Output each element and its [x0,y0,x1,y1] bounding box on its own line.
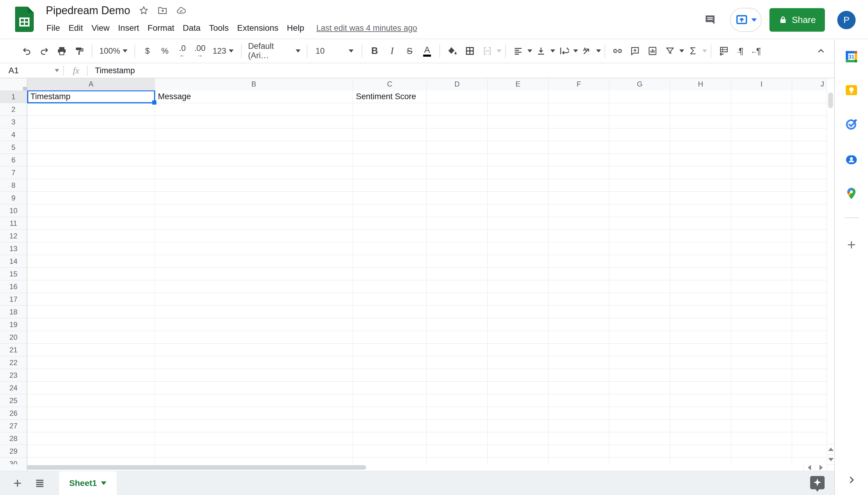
cell-H17[interactable] [670,293,731,306]
cell-B21[interactable] [155,344,353,356]
cell-F16[interactable] [549,280,609,293]
cell-J30[interactable] [792,458,827,464]
add-sheet-button[interactable] [8,474,27,492]
column-header-I[interactable]: I [731,79,792,90]
cell-F26[interactable] [549,407,609,420]
cell-E24[interactable] [488,382,549,394]
merge-cells-caret[interactable] [497,49,502,52]
cell-E25[interactable] [488,394,549,407]
cell-G14[interactable] [609,255,670,268]
cell-D27[interactable] [427,420,488,432]
row-header-17[interactable]: 17 [0,293,28,306]
cell-H28[interactable] [670,432,731,445]
cell-A16[interactable] [28,280,155,293]
text-rotation-caret[interactable] [596,49,601,52]
cell-D17[interactable] [427,293,488,306]
hide-side-panel-button[interactable] [845,473,858,487]
cell-F2[interactable] [549,103,609,116]
cell-H24[interactable] [670,382,731,394]
cell-G10[interactable] [609,204,670,217]
cell-C3[interactable] [353,116,427,129]
cell-H21[interactable] [670,344,731,356]
row-header-21[interactable]: 21 [0,344,28,356]
cell-D15[interactable] [427,268,488,280]
bold-button[interactable]: B [367,42,382,59]
cell-A22[interactable] [28,356,155,369]
cell-E7[interactable] [488,166,549,179]
row-header-6[interactable]: 6 [0,154,28,166]
cell-E10[interactable] [488,204,549,217]
strikethrough-button[interactable]: S [402,42,417,59]
cell-E21[interactable] [488,344,549,356]
star-icon[interactable] [139,5,149,16]
cell-I28[interactable] [731,432,792,445]
cell-F24[interactable] [549,382,609,394]
cell-H25[interactable] [670,394,731,407]
cell-I20[interactable] [731,331,792,344]
cell-J17[interactable] [792,293,827,306]
cell-F7[interactable] [549,166,609,179]
cell-C30[interactable] [353,458,427,464]
insert-link-button[interactable] [610,42,625,59]
cell-E2[interactable] [488,103,549,116]
cell-F23[interactable] [549,369,609,382]
cell-A18[interactable] [28,306,155,318]
cell-D1[interactable] [427,90,488,103]
cell-I18[interactable] [731,306,792,318]
cell-F3[interactable] [549,116,609,129]
cell-H7[interactable] [670,166,731,179]
cell-B12[interactable] [155,230,353,242]
cell-D26[interactable] [427,407,488,420]
cell-I25[interactable] [731,394,792,407]
cell-C12[interactable] [353,230,427,242]
cell-H13[interactable] [670,242,731,255]
cell-I9[interactable] [731,192,792,204]
cell-G9[interactable] [609,192,670,204]
cell-H15[interactable] [670,268,731,280]
comment-history-icon[interactable] [704,13,717,27]
cell-H18[interactable] [670,306,731,318]
cell-C8[interactable] [353,179,427,192]
cell-A17[interactable] [28,293,155,306]
row-header-28[interactable]: 28 [0,432,28,445]
cell-F10[interactable] [549,204,609,217]
cell-B23[interactable] [155,369,353,382]
row-header-29[interactable]: 29 [0,445,28,458]
cell-D9[interactable] [427,192,488,204]
cell-D4[interactable] [427,129,488,141]
cell-C23[interactable] [353,369,427,382]
paint-format-button[interactable] [71,42,87,59]
cell-I15[interactable] [731,268,792,280]
row-header-26[interactable]: 26 [0,407,28,420]
cell-B6[interactable] [155,154,353,166]
cell-D22[interactable] [427,356,488,369]
cell-F25[interactable] [549,394,609,407]
cell-I29[interactable] [731,445,792,458]
menu-tools[interactable]: Tools [205,21,233,35]
functions-button[interactable]: Σ [685,42,701,59]
font-select[interactable]: Default (Ari… [246,42,302,59]
cell-E13[interactable] [488,242,549,255]
cell-J9[interactable] [792,192,827,204]
row-header-14[interactable]: 14 [0,255,28,268]
cell-J26[interactable] [792,407,827,420]
menu-file[interactable]: File [42,21,64,35]
cell-A9[interactable] [28,192,155,204]
cell-D23[interactable] [427,369,488,382]
cell-A25[interactable] [28,394,155,407]
cell-E17[interactable] [488,293,549,306]
cell-A23[interactable] [28,369,155,382]
cell-E15[interactable] [488,268,549,280]
borders-button[interactable] [462,42,478,59]
cell-C22[interactable] [353,356,427,369]
italic-button[interactable]: I [384,42,400,59]
cell-I16[interactable] [731,280,792,293]
cell-I2[interactable] [731,103,792,116]
cell-F30[interactable] [549,458,609,464]
cell-I10[interactable] [731,204,792,217]
cell-E18[interactable] [488,306,549,318]
cell-F20[interactable] [549,331,609,344]
cell-A11[interactable] [28,217,155,230]
cell-A4[interactable] [28,129,155,141]
cell-C13[interactable] [353,242,427,255]
